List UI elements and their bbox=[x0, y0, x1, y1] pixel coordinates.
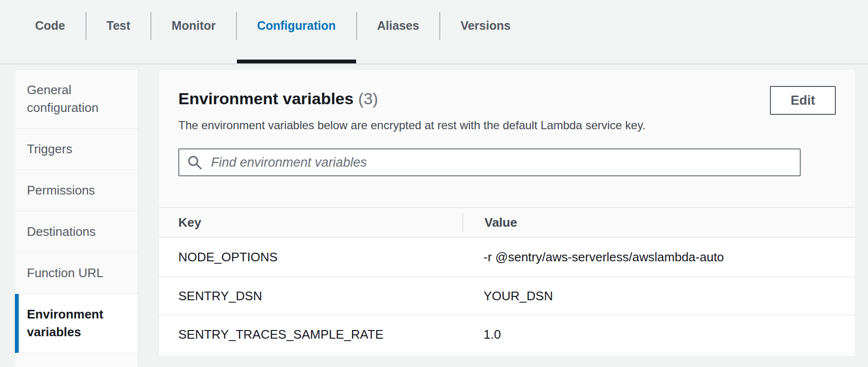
env-var-key: SENTRY_DSN bbox=[159, 289, 462, 304]
tab-code[interactable]: Code bbox=[15, 0, 86, 63]
env-var-value: 1.0 bbox=[462, 327, 855, 342]
panel-title-text: Environment variables bbox=[178, 89, 354, 108]
page-title: Environment variables (3) bbox=[178, 89, 378, 108]
table-row: NODE_OPTIONS -r @sentry/aws-serverless/a… bbox=[159, 238, 855, 276]
environment-variables-table: Key Value NODE_OPTIONS -r @sentry/aws-se… bbox=[159, 207, 855, 353]
search-input[interactable] bbox=[202, 149, 800, 175]
sidebar-item-tags[interactable]: Tags bbox=[15, 353, 138, 367]
edit-button[interactable]: Edit bbox=[770, 86, 836, 115]
search-box bbox=[178, 148, 801, 176]
column-header-key: Key bbox=[159, 215, 462, 230]
sidebar-item-environment-variables[interactable]: Environment variables bbox=[15, 294, 138, 353]
env-var-key: SENTRY_TRACES_SAMPLE_RATE bbox=[159, 327, 462, 342]
table-row: SENTRY_TRACES_SAMPLE_RATE 1.0 bbox=[159, 315, 855, 353]
env-var-value: -r @sentry/aws-serverless/awslambda-auto bbox=[462, 250, 855, 265]
configuration-sidebar: General configuration Triggers Permissio… bbox=[14, 69, 138, 367]
table-header-row: Key Value bbox=[159, 207, 855, 238]
env-var-value: YOUR_DSN bbox=[462, 289, 855, 304]
tab-configuration[interactable]: Configuration bbox=[237, 0, 356, 63]
sidebar-item-permissions[interactable]: Permissions bbox=[15, 170, 138, 211]
panel-description: The environment variables below are encr… bbox=[178, 118, 836, 133]
sidebar-item-function-url[interactable]: Function URL bbox=[15, 253, 138, 294]
tab-test[interactable]: Test bbox=[87, 0, 151, 63]
panel-header: Environment variables (3) Edit bbox=[159, 70, 855, 109]
sidebar-item-triggers[interactable]: Triggers bbox=[15, 129, 138, 170]
sidebar-item-destinations[interactable]: Destinations bbox=[15, 211, 138, 253]
tab-versions[interactable]: Versions bbox=[440, 0, 531, 63]
tab-aliases[interactable]: Aliases bbox=[357, 0, 440, 63]
search-icon bbox=[187, 155, 202, 170]
env-var-key: NODE_OPTIONS bbox=[159, 250, 462, 265]
sidebar-item-general-configuration[interactable]: General configuration bbox=[15, 70, 138, 129]
environment-variables-panel: Environment variables (3) Edit The envir… bbox=[159, 69, 856, 357]
function-tab-bar: Code Test Monitor Configuration Aliases … bbox=[0, 0, 868, 64]
column-header-value: Value bbox=[462, 213, 855, 232]
item-count-badge: (3) bbox=[358, 89, 378, 108]
tab-monitor[interactable]: Monitor bbox=[151, 0, 236, 63]
table-row: SENTRY_DSN YOUR_DSN bbox=[159, 276, 855, 315]
